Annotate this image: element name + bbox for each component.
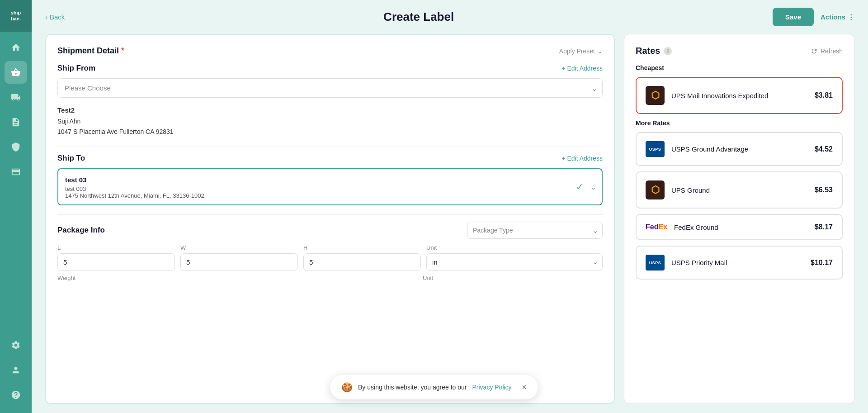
ups-logo-cheapest: ⬡ [646,86,665,105]
actions-button[interactable]: Actions ⋮ [821,13,854,21]
help-icon [11,390,21,400]
ship-to-edit-button[interactable]: + Edit Address [561,155,603,162]
privacy-policy-link[interactable]: Privacy Policy. [472,384,513,391]
ship-from-select-wrapper: Please Choose ⌄ [57,78,603,98]
height-group: H [303,244,421,271]
chevron-down-icon: ⌄ [597,47,603,55]
sidebar-bottom [5,334,27,413]
back-arrow-icon: ‹ [45,13,47,21]
cookie-text: By using this website, you agree to our [358,384,467,391]
ship-to-selected-card[interactable]: test 03 test 003 1475 Northwest 12th Ave… [57,168,603,205]
rate-price-3: $10.17 [811,259,833,267]
height-input[interactable] [303,253,421,271]
width-group: W [180,244,298,271]
ship-from-contact: Suji Ahn [57,116,603,127]
app-logo[interactable]: shipbae. [0,0,32,32]
cheapest-rate-price: $3.81 [815,91,833,100]
rate-price-2: $8.17 [815,223,833,231]
refresh-button[interactable]: Refresh [811,47,843,55]
apply-preset-button[interactable]: Apply Preset ⌄ [559,47,603,55]
height-label: H [303,244,421,251]
settings-icon [11,340,21,350]
package-info-header: Package Info Package Type ⌄ [57,222,603,239]
rate-name-1: UPS Ground [671,186,808,194]
more-rates-label: More Rates [636,119,843,127]
rate-price-0: $4.52 [815,145,833,153]
sidebar-item-user[interactable] [5,359,27,381]
unit-select-wrapper: Unit in cm ⌄ [426,244,603,271]
ups-logo-1: ⬡ [646,180,665,199]
rate-card-2[interactable]: FedEx FedEx Ground $8.17 [636,214,843,240]
sidebar-item-settings[interactable] [5,334,27,356]
rate-card-0[interactable]: USPS USPS Ground Advantage $4.52 [636,132,843,166]
ship-to-title: Ship To [57,154,85,163]
ship-to-header: Ship To + Edit Address [57,154,603,163]
rate-name-3: USPS Priority Mail [671,259,804,266]
unit-label: Unit [426,244,603,251]
refresh-icon [811,47,818,55]
ship-to-contact: test 003 [65,185,584,192]
shipment-detail-title: Shipment Detail * [57,46,124,56]
ship-to-name: test 03 [65,175,584,185]
fedex-logo-2: FedEx [646,223,667,231]
ship-from-street: 1047 S Placentia Ave Fullerton CA 92831 [57,127,603,138]
cheapest-rate-name: UPS Mail Innovations Expedited [671,92,808,100]
sidebar-item-home[interactable] [5,36,27,59]
ship-from-header: Ship From + Edit Address [57,64,603,73]
rates-info-icon[interactable]: i [664,47,672,55]
usps-logo-0: USPS [646,141,665,157]
rate-price-1: $6.53 [815,186,833,194]
sidebar-item-card[interactable] [5,161,27,183]
rate-name-0: USPS Ground Advantage [671,145,808,153]
sidebar-item-help[interactable] [5,384,27,406]
rates-title: Rates i [636,46,672,56]
user-icon [11,365,21,375]
cookie-banner: 🍪 By using this website, you agree to ou… [330,375,538,399]
logo-text: shipbae. [11,10,21,22]
weight-unit-group: Unit [423,275,603,284]
width-input[interactable] [180,253,298,271]
back-label: Back [50,13,65,21]
unit-dropdown[interactable]: in cm [426,253,603,271]
package-type-dropdown[interactable]: Package Type [467,222,603,239]
actions-dots-icon: ⋮ [848,13,854,21]
rate-name-2: FedEx Ground [674,223,808,231]
sidebar-item-orders[interactable] [5,61,27,84]
package-info-section: Package Info Package Type ⌄ L W [57,222,603,284]
ship-from-edit-button[interactable]: + Edit Address [561,65,603,72]
length-group: L [57,244,175,271]
shield-icon [11,142,21,152]
sidebar: shipbae. [0,0,32,413]
sidebar-item-documents[interactable] [5,111,27,133]
sidebar-item-shield[interactable] [5,136,27,158]
cookie-close-button[interactable]: × [522,383,527,392]
sidebar-item-shipping[interactable] [5,86,27,109]
topbar: ‹ Back Create Label Save Actions ⋮ [32,0,868,34]
divider-1 [57,147,603,147]
main-content: ‹ Back Create Label Save Actions ⋮ Shipm… [32,0,868,413]
apply-preset-label: Apply Preset [559,47,595,55]
length-input[interactable] [57,253,175,271]
save-button[interactable]: Save [773,8,814,26]
ship-from-dropdown[interactable]: Please Choose [57,78,603,98]
divider-2 [57,214,603,215]
width-label: W [180,244,298,251]
weight-label: Weight [57,275,417,281]
package-type-wrapper: Package Type ⌄ [467,222,603,239]
package-info-title: Package Info [57,226,105,235]
shipment-detail-header: Shipment Detail * Apply Preset ⌄ [57,46,603,56]
basket-icon [11,67,21,77]
check-icon: ✓ [576,181,584,192]
page-title: Create Label [65,10,773,24]
length-label: L [57,244,175,251]
document-icon [11,117,21,127]
ship-from-title: Ship From [57,64,95,73]
sidebar-nav [5,32,27,334]
rates-header: Rates i Refresh [636,46,843,56]
weight-unit-label: Unit [423,275,603,281]
rate-card-3[interactable]: USPS USPS Priority Mail $10.17 [636,246,843,280]
topbar-actions: Save Actions ⋮ [773,8,854,26]
cheapest-rate-card[interactable]: ⬡ UPS Mail Innovations Expedited $3.81 [636,77,843,114]
rate-card-1[interactable]: ⬡ UPS Ground $6.53 [636,171,843,209]
back-button[interactable]: ‹ Back [45,13,65,21]
